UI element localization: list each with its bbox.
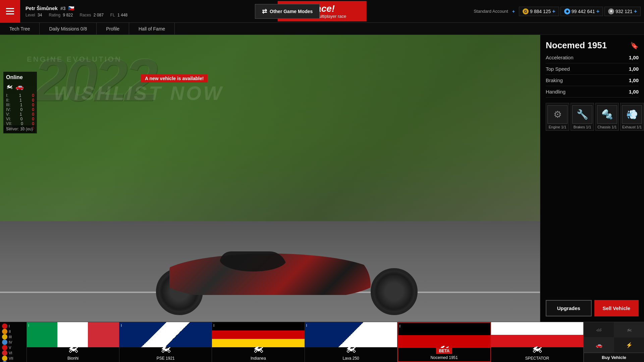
- buy-grid-cell-1: 🏎: [584, 322, 614, 337]
- class-dot: [2, 323, 7, 329]
- nav-daily-missions[interactable]: Daily Missions 0/8: [40, 23, 97, 35]
- class-row: IV:00: [6, 107, 34, 112]
- class-label: II: [9, 329, 11, 334]
- vehicle-name-label: SPECTATOR: [491, 356, 583, 361]
- class-label: VII: [9, 356, 13, 360]
- new-vehicle-badge[interactable]: A new vehicle is available!: [141, 74, 208, 82]
- online-panel: Online 🏍 🚗 I:10II:10III:10IV:00V:10VI:00…: [3, 72, 37, 133]
- stat-row: Top Speed1,00: [546, 63, 639, 75]
- part-label: Brakes 1/1: [574, 125, 591, 129]
- vehicle-image: 🏍: [68, 342, 78, 355]
- vehicle-name-label: Indianea: [212, 356, 304, 361]
- nav-bar: Tech Tree Daily Missions 0/8 Profile Hal…: [0, 23, 644, 35]
- nav-hall-of-fame[interactable]: Hall of Fame: [129, 23, 175, 35]
- part-card[interactable]: ⚙Engine 1/1: [546, 103, 569, 131]
- bottom-class-entry: IV: [2, 340, 24, 345]
- car-body: [153, 215, 421, 315]
- class-row: VI:00: [6, 117, 34, 121]
- gold-icon: G: [523, 8, 529, 14]
- xp-plus-button[interactable]: +: [634, 8, 637, 14]
- gold-plus-button[interactable]: +: [552, 8, 555, 14]
- fl-stat: FL 1 448: [110, 13, 127, 17]
- vehicle-image: 🏍: [160, 342, 171, 355]
- stat-row: Acceleration1,00: [546, 52, 639, 63]
- other-game-modes-button[interactable]: ⇄ Other Game Modes: [255, 4, 320, 19]
- part-card[interactable]: 💨Exhaust 1/1: [620, 103, 644, 131]
- online-icons: 🏍 🚗: [6, 82, 34, 90]
- class-row: III:10: [6, 103, 34, 107]
- part-icon: 💨: [622, 105, 642, 124]
- class-label: VI: [9, 351, 12, 355]
- parts-grid: ⚙Engine 1/1🔧Brakes 1/1🔩Chassis 1/1💨Exhau…: [546, 103, 639, 131]
- upgrades-button[interactable]: Upgrades: [546, 300, 592, 316]
- xp-block: ★ 932 121 +: [604, 7, 641, 16]
- vehicle-card[interactable]: I 🏍 PSE 1921: [119, 322, 212, 362]
- stat-row: Handling1,00: [546, 86, 639, 98]
- car-icon: 🚗: [15, 82, 24, 90]
- class-label: III: [9, 335, 12, 339]
- buy-vehicle-grid: 🏎 🏍 🚗 ⚡: [584, 322, 644, 353]
- class-label: IV: [9, 340, 12, 344]
- vehicle-class-badge: I: [121, 323, 122, 327]
- vehicle-class-badge: I: [213, 323, 214, 327]
- vehicle-image: 🏍: [345, 342, 356, 355]
- action-buttons: Upgrades Sell Vehicle: [546, 295, 639, 316]
- buy-grid-cell-3: 🚗: [584, 338, 614, 353]
- beta-badge: BETA: [436, 348, 452, 354]
- vehicles-carousel: I 🏍 Bionhi I 🏍 PSE 1921 I 🏍 Indianea I 🏍…: [27, 322, 584, 362]
- part-label: Exhaust 1/1: [622, 125, 642, 129]
- vehicle-name-label: PSE 1921: [119, 356, 212, 361]
- motorcycle-icon: 🏍: [6, 82, 13, 90]
- bottom-class-entry: I: [2, 323, 24, 329]
- buy-vehicle-card[interactable]: 🏎 🏍 🚗 ⚡ Buy Vehicle: [584, 322, 644, 362]
- nav-profile[interactable]: Profile: [97, 23, 129, 35]
- vehicle-card[interactable]: I 🏍 Lava 250: [305, 322, 397, 362]
- online-title: Online: [6, 74, 34, 80]
- vehicle-image: 🏍: [532, 342, 542, 355]
- game-area: 2022 ENGINE EVOLUTION WISHLIST NOW A new…: [0, 35, 540, 322]
- part-card[interactable]: 🔩Chassis 1/1: [595, 103, 619, 131]
- nav-tech-tree[interactable]: Tech Tree: [0, 23, 40, 35]
- class-label: I: [9, 324, 10, 328]
- player-name-row: Petr Šimůnek #3 🇨🇿: [25, 5, 127, 11]
- credits-plus-button[interactable]: +: [596, 8, 599, 14]
- right-panel: Nocemed 1951 🔖 Acceleration1,00Top Speed…: [540, 35, 644, 322]
- top-bar: Petr Šimůnek #3 🇨🇿 Level 34 Rating 9 822…: [0, 0, 644, 23]
- vehicle-class-badge: I: [306, 323, 307, 327]
- player-rank: #3: [60, 6, 66, 11]
- credits-block: ◈ 99 442 641 +: [560, 7, 603, 16]
- account-plus-button[interactable]: +: [512, 9, 515, 14]
- vehicle-class-badge: I: [492, 323, 493, 327]
- vehicle-card[interactable]: I 🏍 BETA Nocemed 1951: [397, 322, 491, 362]
- buy-grid-cell-2: 🏍: [614, 322, 644, 337]
- sell-vehicle-button[interactable]: Sell Vehicle: [594, 300, 639, 316]
- buy-vehicle-button[interactable]: Buy Vehicle: [584, 353, 644, 362]
- bottom-class-entry: III: [2, 334, 24, 340]
- races-stat: Races 2 087: [79, 13, 103, 17]
- part-card[interactable]: 🔧Brakes 1/1: [571, 103, 594, 131]
- player-name: Petr Šimůnek: [25, 5, 58, 11]
- stats-section: Acceleration1,00Top Speed1,00Braking1,00…: [546, 52, 639, 98]
- vehicle-name-header: Nocemed 1951 🔖: [546, 40, 639, 51]
- vehicle-class-badge: I: [28, 323, 29, 327]
- gold-block: G 9 884 125 +: [519, 7, 559, 16]
- server-info: Server: 10 (eu): [3, 125, 36, 133]
- class-dot: [2, 350, 7, 356]
- menu-button[interactable]: [0, 0, 20, 23]
- level-stat: Level 34: [25, 13, 42, 17]
- stat-row: Braking1,00: [546, 75, 639, 86]
- vehicle-card[interactable]: I 🏍 Bionhi: [27, 322, 119, 362]
- buy-grid-cell-4: ⚡: [614, 338, 644, 353]
- car-wheel-right: [371, 268, 418, 315]
- bottom-class-entry: VII: [2, 356, 24, 361]
- right-bar: Standard Account + G 9 884 125 + ◈ 99 44…: [471, 7, 644, 16]
- vehicle-image: 🏍: [253, 342, 264, 355]
- bookmark-icon[interactable]: 🔖: [630, 42, 639, 50]
- bottom-class-entry: II: [2, 329, 24, 334]
- vehicle-card[interactable]: I 🏍 Indianea: [212, 322, 305, 362]
- gold-amount: 9 884 125: [530, 9, 551, 14]
- class-label: V: [9, 346, 11, 350]
- credits-amount: 99 442 641: [572, 9, 595, 14]
- xp-amount: 932 121: [615, 9, 633, 14]
- vehicle-card[interactable]: I 🏍 SPECTATOR: [491, 322, 584, 362]
